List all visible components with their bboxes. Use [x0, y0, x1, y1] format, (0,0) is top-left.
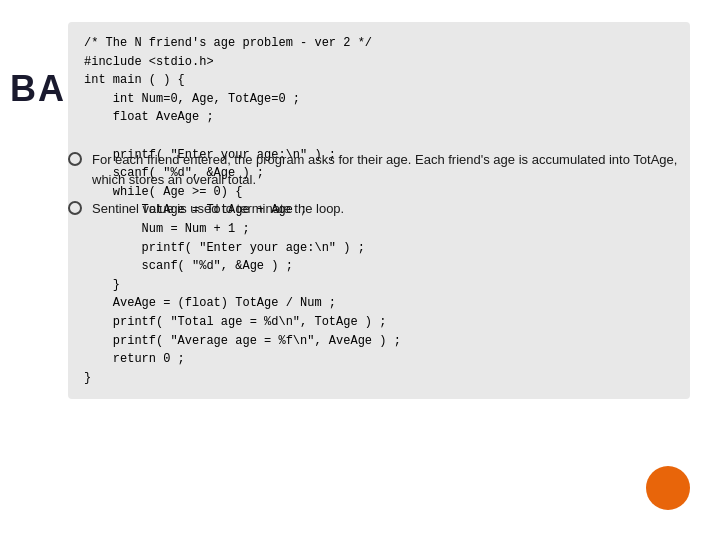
code-line-12: printf( "Enter your age:\n" ) ;	[84, 241, 365, 255]
code-line-1: /* The N friend's age problem - ver 2 */	[84, 36, 372, 50]
code-line-19: }	[84, 371, 91, 385]
code-line-3: int main ( ) {	[84, 73, 185, 87]
orange-circle-decoration	[646, 466, 690, 510]
code-line-4: int Num=0, Age, TotAge=0 ;	[84, 92, 300, 106]
code-line-15: AveAge = (float) TotAge / Num ;	[84, 296, 336, 310]
code-line-2: #include <stdio.h>	[84, 55, 214, 69]
code-line-16: printf( "Total age = %d\n", TotAge ) ;	[84, 315, 386, 329]
bullet-text-2: Sentinel value is used to terminate the …	[92, 199, 690, 219]
bullet-section: For each friend entered, the program ask…	[68, 150, 690, 229]
bullet-item-1: For each friend entered, the program ask…	[68, 150, 690, 189]
code-line-17: printf( "Average age = %f\n", AveAge ) ;	[84, 334, 401, 348]
bullet-dot-2	[68, 201, 82, 215]
bullet-text-1: For each friend entered, the program ask…	[92, 150, 690, 189]
code-line-13: scanf( "%d", &Age ) ;	[84, 259, 293, 273]
code-line-5: float AveAge ;	[84, 110, 214, 124]
code-line-18: return 0 ;	[84, 352, 185, 366]
slide-title: BA	[10, 68, 66, 110]
slide-container: BA /* The N friend's age problem - ver 2…	[0, 0, 720, 540]
bullet-item-2: Sentinel value is used to terminate the …	[68, 199, 690, 219]
code-line-14: }	[84, 278, 120, 292]
bullet-dot-1	[68, 152, 82, 166]
